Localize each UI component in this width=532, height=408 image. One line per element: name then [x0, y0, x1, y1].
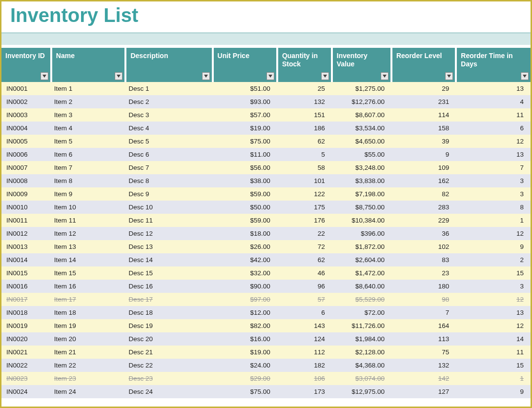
cell-val: $55.00 [332, 148, 391, 161]
cell-name: Item 11 [51, 214, 126, 227]
table-row[interactable]: IN0006Item 6Desc 6$11.005$55.00913 [1, 148, 531, 161]
title-bar: Inventory List [1, 1, 531, 33]
cell-days: 9 [456, 240, 531, 253]
filter-dropdown-icon[interactable] [202, 72, 210, 80]
column-header-id[interactable]: Inventory ID [1, 48, 51, 82]
table-row[interactable]: IN0002Item 2Desc 2$93.00132$12,276.00231… [1, 95, 531, 108]
table-row[interactable]: IN0022Item 22Desc 22$24.00182$4,368.0013… [1, 359, 531, 372]
cell-days: 15 [456, 266, 531, 280]
cell-re: 158 [391, 122, 456, 135]
column-header-desc[interactable]: Description [125, 48, 212, 82]
cell-re: 82 [391, 187, 456, 201]
table-row[interactable]: IN0013Item 13Desc 13$26.0072$1,872.00102… [1, 240, 531, 253]
cell-desc: Desc 2 [125, 95, 212, 108]
cell-val: $5,529.00 [332, 293, 391, 306]
filter-dropdown-icon[interactable] [445, 72, 453, 80]
table-row[interactable]: IN0019Item 19Desc 19$82.00143$11,726.001… [1, 319, 531, 332]
column-header-price[interactable]: Unit Price [213, 48, 277, 82]
table-row[interactable]: IN0005Item 5Desc 5$75.0062$4,650.003912 [1, 135, 531, 148]
cell-qty: 25 [277, 82, 332, 95]
cell-val: $12,276.00 [332, 95, 391, 108]
filter-dropdown-icon[interactable] [321, 72, 329, 80]
table-row[interactable]: IN0023Item 23Desc 23$29.00106$3,074.0014… [1, 372, 531, 385]
table-row[interactable]: IN0001Item 1Desc 1$51.0025$1,275.002913 [1, 82, 531, 95]
table-row[interactable]: IN0011Item 11Desc 11$59.00176$10,384.002… [1, 214, 531, 227]
column-header-qty[interactable]: Quantity in Stock [277, 48, 332, 82]
filter-dropdown-icon[interactable] [115, 72, 123, 80]
cell-days: 13 [456, 82, 531, 95]
cell-desc: Desc 23 [125, 372, 212, 385]
table-row[interactable]: IN0024Item 24Desc 24$75.00173$12,975.001… [1, 385, 531, 398]
table-row[interactable]: IN0021Item 21Desc 21$19.00112$2,128.0075… [1, 346, 531, 359]
table-header: Inventory IDNameDescriptionUnit PriceQua… [1, 48, 531, 82]
cell-id: IN0014 [1, 253, 51, 266]
table-row[interactable]: IN0016Item 16Desc 16$90.0096$8,640.00180… [1, 280, 531, 293]
cell-id: IN0011 [1, 214, 51, 227]
cell-price: $97.00 [213, 293, 277, 306]
svg-marker-5 [383, 75, 387, 78]
cell-qty: 96 [277, 280, 332, 293]
cell-val: $1,275.00 [332, 82, 391, 95]
cell-price: $59.00 [213, 214, 277, 227]
column-header-days[interactable]: Reorder Time in Days [456, 48, 531, 82]
table-row[interactable]: IN0008Item 8Desc 8$38.00101$3,838.001623 [1, 174, 531, 187]
column-label: Description [130, 52, 168, 60]
column-header-name[interactable]: Name [51, 48, 126, 82]
cell-name: Item 15 [51, 266, 126, 280]
table-row[interactable]: IN0015Item 15Desc 15$32.0046$1,472.00231… [1, 266, 531, 280]
cell-desc: Desc 9 [125, 187, 212, 201]
cell-re: 162 [391, 174, 456, 187]
column-label: Reorder Time in Days [461, 52, 512, 68]
cell-name: Item 2 [51, 95, 126, 108]
table-row[interactable]: IN0010Item 10Desc 10$50.00175$8,750.0028… [1, 201, 531, 214]
cell-val: $1,984.00 [332, 332, 391, 346]
cell-desc: Desc 4 [125, 122, 212, 135]
table-row[interactable]: IN0017Item 17Desc 17$97.0057$5,529.00981… [1, 293, 531, 306]
cell-re: 29 [391, 82, 456, 95]
cell-days: 9 [456, 385, 531, 398]
cell-name: Item 24 [51, 385, 126, 398]
cell-qty: 182 [277, 359, 332, 372]
page-title: Inventory List [10, 4, 522, 26]
cell-price: $18.00 [213, 227, 277, 240]
cell-qty: 173 [277, 385, 332, 398]
column-label: Unit Price [218, 52, 249, 60]
cell-price: $82.00 [213, 319, 277, 332]
cell-qty: 101 [277, 174, 332, 187]
cell-days: 4 [456, 95, 531, 108]
table-row[interactable]: IN0012Item 12Desc 12$18.0022$396.003612 [1, 227, 531, 240]
filter-dropdown-icon[interactable] [41, 72, 48, 80]
table-row[interactable]: IN0004Item 4Desc 4$19.00186$3,534.001586 [1, 122, 531, 135]
table-row[interactable]: IN0020Item 20Desc 20$16.00124$1,984.0011… [1, 332, 531, 346]
filter-dropdown-icon[interactable] [381, 72, 389, 80]
table-row[interactable]: IN0018Item 18Desc 18$12.006$72.00713 [1, 306, 531, 319]
filter-dropdown-icon[interactable] [266, 72, 274, 80]
column-header-re[interactable]: Reorder Level [391, 48, 456, 82]
svg-marker-7 [523, 75, 527, 78]
cell-re: 102 [391, 240, 456, 253]
cell-name: Item 20 [51, 332, 126, 346]
cell-qty: 57 [277, 293, 332, 306]
cell-name: Item 21 [51, 346, 126, 359]
cell-val: $8,750.00 [332, 201, 391, 214]
table-row[interactable]: IN0003Item 3Desc 3$57.00151$8,607.001141… [1, 108, 531, 122]
cell-re: 142 [391, 372, 456, 385]
cell-name: Item 9 [51, 187, 126, 201]
table-row[interactable]: IN0007Item 7Desc 7$56.0058$3,248.001097 [1, 161, 531, 174]
cell-id: IN0015 [1, 266, 51, 280]
table-row[interactable]: IN0014Item 14Desc 14$42.0062$2,604.00832 [1, 253, 531, 266]
cell-price: $24.00 [213, 359, 277, 372]
column-header-val[interactable]: Inventory Value [332, 48, 391, 82]
cell-desc: Desc 20 [125, 332, 212, 346]
filter-dropdown-icon[interactable] [521, 72, 529, 80]
cell-re: 9 [391, 148, 456, 161]
cell-desc: Desc 19 [125, 319, 212, 332]
cell-re: 23 [391, 266, 456, 280]
cell-days: 12 [456, 135, 531, 148]
table-row[interactable]: IN0009Item 9Desc 9$59.00122$7,198.00823 [1, 187, 531, 201]
cell-price: $32.00 [213, 266, 277, 280]
cell-days: 12 [456, 227, 531, 240]
cell-id: IN0006 [1, 148, 51, 161]
cell-qty: 122 [277, 187, 332, 201]
cell-desc: Desc 5 [125, 135, 212, 148]
